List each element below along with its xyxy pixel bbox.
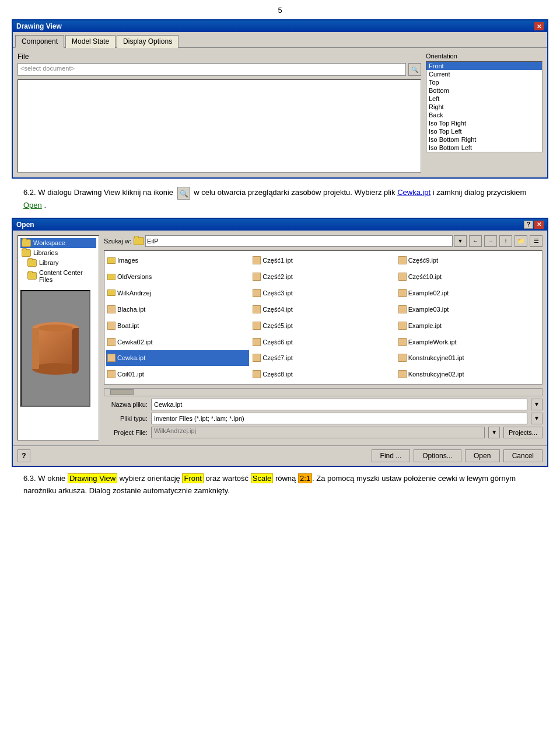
scrollbar-thumb[interactable] bbox=[110, 389, 134, 395]
open-dialog-body: Workspace Libraries Library Content Cent… bbox=[13, 231, 547, 445]
ipt-icon-czesc5 bbox=[253, 322, 261, 330]
projects-button[interactable]: Projects... bbox=[503, 427, 542, 438]
new-folder-btn[interactable]: 📁 bbox=[514, 235, 527, 247]
open-help-icon[interactable]: ? bbox=[524, 221, 533, 229]
file-item-cewka[interactable]: Cewka.ipt bbox=[106, 350, 249, 366]
forward-btn[interactable]: → bbox=[484, 235, 497, 247]
para-63-text-mid2b: oraz wartość bbox=[205, 474, 249, 483]
project-dropdown[interactable]: ▼ bbox=[488, 427, 500, 438]
file-item-konstrukcyjne01[interactable]: Konstrukcyjne01.ipt bbox=[397, 350, 540, 366]
project-label: Project File: bbox=[104, 429, 148, 436]
file-item-czesc9[interactable]: Część9.ipt bbox=[397, 253, 540, 268]
orientation-iso-bottom-right[interactable]: Iso Bottom Right bbox=[426, 135, 542, 144]
file-item-czesc4[interactable]: Część4.ipt bbox=[251, 301, 394, 317]
file-item-coil01[interactable]: Coil01.ipt bbox=[106, 367, 249, 382]
up-btn[interactable]: ↑ bbox=[499, 235, 512, 247]
file-item-wilkandrzej[interactable]: WilkAndrzej bbox=[106, 285, 249, 301]
horizontal-scrollbar[interactable] bbox=[104, 388, 542, 396]
ipt-icon-czesc10 bbox=[398, 273, 407, 281]
search-input[interactable] bbox=[145, 235, 453, 247]
file-input[interactable]: <select document> bbox=[18, 63, 406, 76]
orientation-front[interactable]: Front bbox=[426, 62, 542, 70]
libraries-folder-icon bbox=[22, 249, 31, 257]
workspace-folder-icon bbox=[22, 239, 31, 247]
cancel-button[interactable]: Cancel bbox=[503, 449, 542, 462]
help-button[interactable]: ? bbox=[18, 449, 30, 462]
ipt-icon-coil01 bbox=[107, 370, 116, 378]
open-dialog: Open ? ✕ Workspace Libraries Library Con… bbox=[12, 218, 548, 467]
orientation-right[interactable]: Right bbox=[426, 103, 542, 111]
orientation-iso-top-left[interactable]: Iso Top Left bbox=[426, 127, 542, 135]
file-item-czesc2[interactable]: Część2.ipt bbox=[251, 269, 394, 285]
file-item-example02[interactable]: Example02.ipt bbox=[397, 285, 540, 301]
para-62-text-after-file: i zamknij dialog przyciskiem bbox=[433, 188, 526, 197]
orientation-iso-bottom-left[interactable]: Iso Bottom Left bbox=[426, 144, 542, 152]
file-section-label: File bbox=[18, 53, 421, 61]
sidebar-content-center[interactable]: Content Center Files bbox=[20, 268, 96, 284]
sidebar-library-label: Library bbox=[39, 259, 59, 266]
orientation-top[interactable]: Top bbox=[426, 78, 542, 86]
search-label: Szukaj w: bbox=[104, 238, 131, 245]
options-button[interactable]: Options... bbox=[414, 449, 461, 462]
close-button[interactable]: ✕ bbox=[534, 22, 544, 30]
file-item-czesc7[interactable]: Część7.ipt bbox=[251, 350, 394, 366]
folder-icon-images bbox=[107, 257, 116, 264]
orientation-current[interactable]: Current bbox=[426, 70, 542, 78]
filename-row: Nazwa pliku: ▼ bbox=[104, 399, 542, 410]
open-dialog-title-bar: Open ? ✕ bbox=[13, 219, 547, 231]
para-63-text-mid3b: równą bbox=[275, 474, 296, 483]
tab-component[interactable]: Component bbox=[15, 35, 64, 48]
file-item-czesc6[interactable]: Część6.ipt bbox=[251, 334, 394, 350]
ipt-icon-cewka02 bbox=[107, 338, 116, 346]
paragraph-62: 6.2. W dialogu Drawing View kliknij na i… bbox=[23, 187, 537, 212]
dialog-right-panel: Orientation Front Current Top Bottom Lef… bbox=[426, 53, 542, 173]
open-main-area: Szukaj w: ▼ ← → ↑ 📁 ☰ Images Część1.ipt … bbox=[104, 235, 542, 441]
orientation-bottom[interactable]: Bottom bbox=[426, 86, 542, 95]
sidebar-content-center-label: Content Center Files bbox=[39, 269, 95, 283]
file-item-czesc1[interactable]: Część1.ipt bbox=[251, 253, 394, 268]
sidebar-libraries[interactable]: Libraries bbox=[20, 248, 96, 258]
open-close-button[interactable]: ✕ bbox=[534, 221, 544, 229]
ipt-icon-czesc8 bbox=[253, 370, 261, 378]
tab-display-options[interactable]: Display Options bbox=[117, 35, 178, 48]
ipt-icon-example03 bbox=[398, 305, 407, 313]
dropdown-btn[interactable]: ▼ bbox=[454, 235, 467, 247]
para-63-front: Front bbox=[182, 473, 203, 483]
sidebar-library[interactable]: Library bbox=[20, 258, 96, 268]
file-preview-box bbox=[20, 290, 90, 407]
file-item-boat[interactable]: Boat.ipt bbox=[106, 318, 249, 333]
filename-input[interactable] bbox=[151, 399, 527, 410]
file-item-oldversions[interactable]: OldVersions bbox=[106, 269, 249, 285]
file-item-czesc8[interactable]: Część8.ipt bbox=[251, 367, 394, 382]
file-item-example[interactable]: Example.ipt bbox=[397, 318, 540, 333]
view-options-btn[interactable]: ☰ bbox=[530, 235, 542, 247]
file-item-cewka02[interactable]: Cewka02.ipt bbox=[106, 334, 249, 350]
orientation-iso-top-right[interactable]: Iso Top Right bbox=[426, 119, 542, 127]
para-63-text-mid1: wybierz orientację bbox=[120, 474, 180, 483]
open-toolbar: Szukaj w: ▼ ← → ↑ 📁 ☰ bbox=[104, 235, 542, 247]
file-item-czesc5[interactable]: Część5.ipt bbox=[251, 318, 394, 333]
resource-browser-icon bbox=[177, 187, 190, 200]
orientation-back[interactable]: Back bbox=[426, 111, 542, 119]
folder-icon-wilkandrzej bbox=[107, 289, 116, 296]
open-dialog-title: Open bbox=[16, 221, 34, 229]
file-item-czesc3[interactable]: Część3.ipt bbox=[251, 285, 394, 301]
back-btn[interactable]: ← bbox=[469, 235, 482, 247]
find-button[interactable]: Find ... bbox=[372, 449, 411, 462]
svg-rect-4 bbox=[32, 328, 39, 369]
file-item-konstrukcyjne02[interactable]: Konstrukcyjne02.ipt bbox=[397, 367, 540, 382]
filetype-input[interactable] bbox=[151, 413, 527, 424]
file-browse-button[interactable]: 🔍 bbox=[408, 63, 421, 76]
open-button[interactable]: Open bbox=[465, 449, 500, 462]
orientation-list: Front Current Top Bottom Left Right Back… bbox=[426, 61, 542, 152]
orientation-left[interactable]: Left bbox=[426, 95, 542, 103]
file-item-images[interactable]: Images bbox=[106, 253, 249, 268]
file-item-example03[interactable]: Example03.ipt bbox=[397, 301, 540, 317]
file-item-czesc10[interactable]: Część10.ipt bbox=[397, 269, 540, 285]
tab-model-state[interactable]: Model State bbox=[65, 35, 116, 48]
file-item-examplework[interactable]: ExampleWork.ipt bbox=[397, 334, 540, 350]
filetype-dropdown[interactable]: ▼ bbox=[531, 413, 542, 424]
file-item-blacha[interactable]: Blacha.ipt bbox=[106, 301, 249, 317]
sidebar-workspace[interactable]: Workspace bbox=[20, 238, 96, 248]
filename-dropdown[interactable]: ▼ bbox=[531, 399, 542, 410]
